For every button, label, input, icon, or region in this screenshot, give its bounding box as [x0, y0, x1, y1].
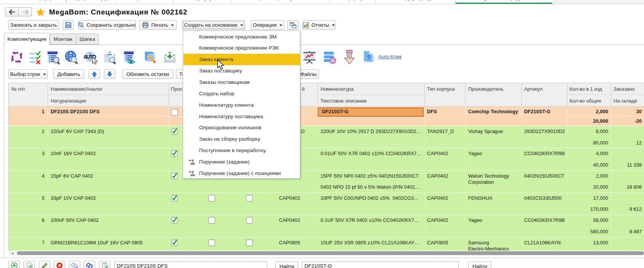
- svg-text:?: ?: [367, 54, 370, 61]
- svg-text:ок: ок: [80, 25, 83, 28]
- svg-text:$: $: [348, 53, 351, 61]
